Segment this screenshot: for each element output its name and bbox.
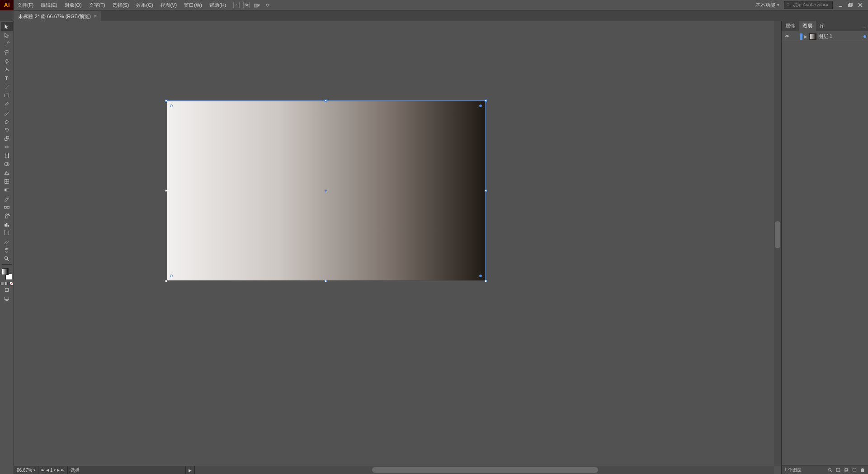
type-tool[interactable]: T [1,74,13,82]
menu-object[interactable]: 对象(O) [61,0,85,10]
handle-mr[interactable] [485,190,487,192]
new-sublayer-icon[interactable] [844,467,849,473]
blend-tool[interactable] [1,203,13,211]
menu-window[interactable]: 窗口(W) [180,0,206,10]
svg-point-29 [8,213,9,214]
direct-selection-tool[interactable] [1,31,13,39]
menu-edit[interactable]: 编辑(E) [37,0,61,10]
symbol-sprayer-tool[interactable] [1,211,13,220]
window-close[interactable] [855,1,865,9]
live-corner-bl[interactable] [170,275,173,277]
last-artboard-icon[interactable]: ⏭ [61,468,65,472]
panel-menu-icon[interactable]: ≡ [860,22,868,31]
make-clip-icon[interactable] [835,467,841,473]
magic-wand-tool[interactable] [1,39,13,48]
arrange-docs-icon[interactable]: ▥▾ [253,1,260,9]
screen-mode[interactable] [1,294,13,303]
handle-tm[interactable] [325,100,327,102]
mesh-tool[interactable] [1,177,13,185]
workspace-switcher[interactable]: 基本功能 ▾ [754,2,781,9]
menu-help[interactable]: 帮助(H) [206,0,230,10]
layer-name[interactable]: 图层 1 [818,33,832,40]
window-restore[interactable] [845,1,855,9]
locate-object-icon[interactable] [827,467,833,473]
disclosure-icon[interactable]: ▶ [804,34,807,39]
go-home-icon[interactable]: ⌂ [233,2,240,8]
tab-properties[interactable]: 属性 [782,21,799,31]
document-tab[interactable]: 未标题-2* @ 66.67% (RGB/预览) × [14,11,101,21]
curvature-tool[interactable] [1,65,13,74]
close-icon[interactable]: × [94,14,96,19]
selection-indicator[interactable] [863,35,866,38]
handle-tr[interactable] [485,100,487,102]
slice-tool[interactable] [1,237,13,246]
pen-tool[interactable] [1,57,13,65]
new-layer-icon[interactable] [852,467,857,473]
canvas[interactable]: 66.67% ▾ ⏮ ◀ 1 ▾ ▶ ⏭ 选择 ▶ [14,21,781,474]
tab-layers[interactable]: 图层 [799,21,816,31]
eraser-tool[interactable] [1,117,13,125]
line-segment-tool[interactable] [1,82,13,91]
menu-view[interactable]: 视图(V) [157,0,181,10]
zoom-level[interactable]: 66.67% ▾ [14,466,38,474]
visibility-toggle[interactable] [783,33,791,40]
selection-tool[interactable] [1,22,13,31]
column-graph-tool[interactable] [1,220,13,228]
delete-layer-icon[interactable] [860,467,865,473]
gradient-mode[interactable] [5,282,9,285]
next-artboard-icon[interactable]: ▶ [57,468,60,472]
artboard-nav[interactable]: ⏮ ◀ 1 ▾ ▶ ⏭ [38,466,68,474]
rectangle-tool[interactable] [1,91,13,100]
zoom-value: 66.67% [17,468,32,473]
paintbrush-tool[interactable] [1,100,13,108]
vertical-scrollbar[interactable] [774,21,781,466]
handle-tl[interactable] [165,100,167,102]
menu-type[interactable]: 文字(T) [85,0,109,10]
zoom-tool[interactable] [1,254,13,263]
live-corner-tr[interactable] [479,104,482,107]
svg-rect-49 [861,469,864,472]
layer-row[interactable]: ▶ 图层 1 [782,31,868,42]
search-stock[interactable]: 搜索 Adobe Stock [784,1,833,9]
handle-ml[interactable] [165,190,167,192]
artboard-tool[interactable] [1,228,13,237]
lasso-tool[interactable] [1,48,13,57]
window-minimize[interactable] [835,1,845,9]
width-tool[interactable] [1,142,13,151]
hand-tool[interactable] [1,246,13,254]
menu-effect[interactable]: 效果(C) [132,0,156,10]
rotate-tool[interactable] [1,125,13,134]
document-tab-bar: 未标题-2* @ 66.67% (RGB/预览) × [0,10,868,21]
live-corner-br[interactable] [479,275,482,277]
svg-rect-45 [836,468,840,472]
free-transform-tool[interactable] [1,151,13,160]
gpu-icon[interactable]: ⟳ [264,1,271,9]
menu-file[interactable]: 文件(F) [14,0,37,10]
scale-tool[interactable] [1,134,13,142]
svg-line-44 [831,470,832,472]
none-mode[interactable] [9,282,13,285]
handle-br[interactable] [485,280,487,282]
handle-bl[interactable] [165,280,167,282]
prev-artboard-icon[interactable]: ◀ [46,468,49,472]
stock-icon[interactable]: St [243,2,250,8]
horizontal-scrollbar[interactable] [104,466,774,474]
shape-builder-tool[interactable] [1,160,13,168]
status-tool-label: 选择 [71,467,80,474]
fill-swatch[interactable] [2,268,9,275]
status-play[interactable]: ▶ [186,466,195,474]
gradient-tool[interactable] [1,185,13,194]
eyedropper-tool[interactable] [1,194,13,203]
color-mode[interactable] [0,282,4,285]
svg-point-7 [5,50,9,52]
live-corner-tl[interactable] [170,104,173,107]
menu-select[interactable]: 选择(S) [109,0,133,10]
handle-bm[interactable] [325,280,327,282]
perspective-grid-tool[interactable] [1,168,13,177]
pencil-tool[interactable] [1,108,13,117]
draw-mode[interactable] [1,285,13,294]
first-artboard-icon[interactable]: ⏮ [41,468,45,472]
tab-libraries[interactable]: 库 [816,21,828,31]
selected-object[interactable] [166,100,486,281]
fill-stroke-swatch[interactable] [1,267,13,281]
